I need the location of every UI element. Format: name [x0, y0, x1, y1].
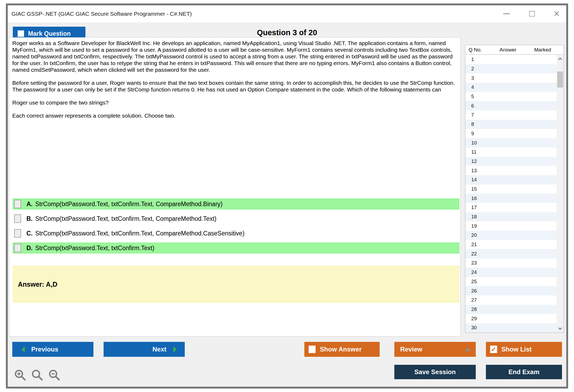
zoom-out-icon[interactable] — [48, 369, 61, 381]
question-list-row[interactable]: 12 — [465, 157, 557, 166]
answer-option[interactable]: C.StrComp(txtPassword.Text, txtConfirm.T… — [13, 228, 459, 239]
option-checkbox[interactable] — [14, 244, 21, 252]
scrollbar-thumb[interactable] — [557, 71, 563, 87]
triangle-up-icon — [465, 348, 470, 351]
question-list-scrollbar[interactable] — [557, 55, 564, 333]
question-paragraph: Before setting the password for a user, … — [12, 79, 457, 93]
answer-label: Answer: A,D — [18, 281, 57, 288]
question-counter: Question 3 of 20 — [8, 28, 566, 37]
question-number: 12 — [471, 158, 477, 164]
question-number: 14 — [471, 177, 477, 183]
question-paragraph: Roger works as a Software Developer for … — [12, 40, 457, 73]
window-title: GIAC GSSP-.NET (GIAC GIAC Secure Softwar… — [11, 5, 192, 22]
question-number: 8 — [471, 121, 474, 127]
question-paragraph: Roger use to compare the two strings? — [12, 99, 457, 106]
option-letter: B. — [26, 215, 33, 222]
option-checkbox[interactable] — [14, 214, 21, 223]
title-bar: GIAC GSSP-.NET (GIAC GIAC Secure Softwar… — [8, 5, 566, 22]
option-text: StrComp(txtPassword.Text, txtConfirm.Tex… — [35, 245, 154, 252]
option-text: StrComp(txtPassword.Text, txtConfirm.Tex… — [35, 230, 245, 237]
column-qno: Q No. — [469, 47, 482, 53]
question-list-row[interactable]: 15 — [465, 185, 557, 194]
show-list-label: Show List — [501, 346, 532, 353]
option-text: StrComp(txtPassword.Text, txtConfirm.Tex… — [35, 215, 217, 222]
question-list-row[interactable]: 10 — [465, 138, 557, 147]
question-list-row[interactable]: 13 — [465, 166, 557, 175]
close-button[interactable]: × — [548, 7, 565, 20]
save-session-label: Save Session — [414, 368, 456, 376]
question-number: 2 — [471, 66, 474, 72]
question-list-row[interactable]: 2 — [465, 64, 557, 74]
question-number: 25 — [471, 279, 477, 285]
question-number: 10 — [471, 140, 477, 146]
question-number: 1 — [471, 57, 474, 62]
question-number: 30 — [471, 325, 477, 331]
option-letter: D. — [26, 245, 33, 252]
scroll-down-button[interactable] — [557, 325, 564, 333]
zoom-in-icon[interactable] — [14, 369, 26, 381]
question-list-row[interactable]: 20 — [465, 231, 557, 240]
question-number: 11 — [471, 149, 477, 155]
question-list-row[interactable]: 28 — [465, 305, 557, 314]
question-number: 17 — [471, 205, 477, 210]
question-list-row[interactable]: 17 — [465, 203, 557, 212]
question-list-row[interactable]: 1 — [465, 55, 557, 64]
scroll-up-button[interactable] — [557, 55, 564, 63]
review-button[interactable]: Review — [394, 342, 476, 357]
minimize-icon — [503, 13, 510, 14]
save-session-button[interactable]: Save Session — [394, 365, 476, 379]
question-number: 27 — [471, 297, 477, 303]
question-number: 19 — [471, 223, 477, 229]
question-list-row[interactable]: 6 — [465, 101, 557, 110]
close-icon: × — [554, 9, 560, 19]
option-letter: C. — [26, 230, 33, 237]
chevron-up-icon — [558, 58, 562, 61]
question-list-panel: Q No. Answer Marked 12345678910111213141… — [465, 45, 564, 333]
question-list-row[interactable]: 19 — [465, 221, 557, 231]
previous-button[interactable]: Previous — [12, 342, 93, 357]
option-checkbox[interactable] — [14, 200, 21, 208]
answer-option[interactable]: D.StrComp(txtPassword.Text, txtConfirm.T… — [13, 242, 459, 254]
question-list-row[interactable]: 29 — [465, 314, 557, 323]
question-number: 28 — [471, 306, 477, 312]
question-number: 4 — [471, 84, 474, 90]
question-list-row[interactable]: 22 — [465, 249, 557, 258]
question-list-row[interactable]: 4 — [465, 83, 557, 92]
question-list-row[interactable]: 27 — [465, 295, 557, 305]
column-marked: Marked — [534, 47, 551, 53]
option-letter: A. — [26, 201, 33, 208]
question-list-row[interactable]: 7 — [465, 110, 557, 120]
zoom-reset-icon[interactable] — [31, 369, 44, 381]
question-list-row[interactable]: 5 — [465, 92, 557, 101]
minimize-button[interactable] — [498, 7, 515, 20]
question-list-row[interactable]: 30 — [465, 323, 557, 333]
show-answer-button[interactable]: Show Answer — [304, 342, 380, 357]
question-number: 6 — [471, 103, 474, 109]
question-list-row[interactable]: 3 — [465, 73, 557, 83]
question-list-row[interactable]: 14 — [465, 175, 557, 185]
option-checkbox[interactable] — [14, 229, 21, 238]
question-list-row[interactable]: 26 — [465, 286, 557, 295]
show-list-checkbox[interactable]: ✓ — [490, 346, 497, 353]
question-list-row[interactable]: 24 — [465, 268, 557, 277]
show-list-button[interactable]: ✓ Show List — [486, 342, 562, 357]
question-list-row[interactable]: 23 — [465, 258, 557, 268]
next-button[interactable]: Next — [104, 342, 185, 357]
question-list-row[interactable]: 25 — [465, 277, 557, 286]
question-list-row[interactable]: 8 — [465, 120, 557, 129]
answer-option[interactable]: A.StrComp(txtPassword.Text, txtConfirm.T… — [13, 198, 459, 210]
question-number: 3 — [471, 75, 474, 81]
question-list-row[interactable]: 16 — [465, 194, 557, 203]
question-list-row[interactable]: 18 — [465, 212, 557, 222]
option-text: StrComp(txtPassword.Text, txtConfirm.Tex… — [35, 201, 223, 208]
end-exam-button[interactable]: End Exam — [486, 365, 562, 379]
question-list-row[interactable]: 9 — [465, 129, 557, 138]
maximize-button[interactable] — [523, 7, 540, 20]
question-number: 22 — [471, 251, 477, 257]
question-list-row[interactable]: 11 — [465, 147, 557, 157]
show-answer-checkbox[interactable] — [309, 346, 316, 353]
question-list-row[interactable]: 21 — [465, 240, 557, 249]
question-number: 15 — [471, 186, 477, 192]
question-number: 9 — [471, 131, 474, 137]
answer-option[interactable]: B.StrComp(txtPassword.Text, txtConfirm.T… — [13, 213, 459, 224]
